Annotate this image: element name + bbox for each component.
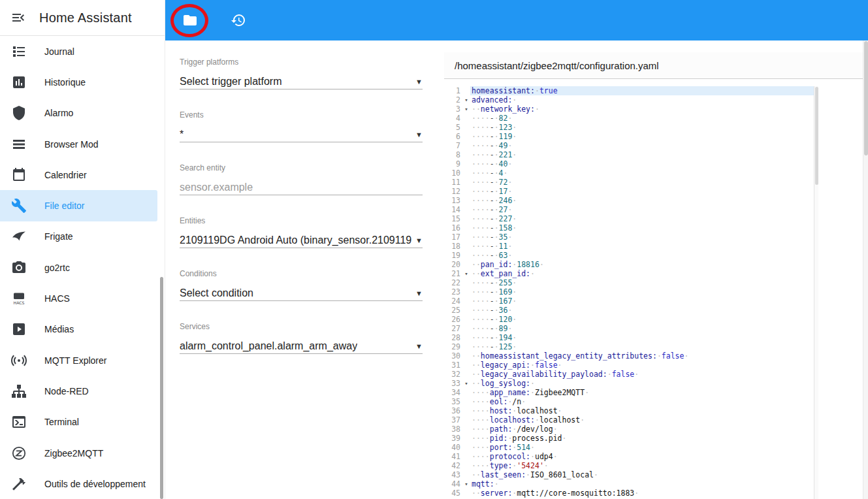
fold-gutter xyxy=(462,489,470,498)
page-scrollbar-thumb[interactable] xyxy=(864,41,868,155)
code-line[interactable]: 24····-·167· xyxy=(444,297,814,306)
code-line[interactable]: 23····-·169· xyxy=(444,287,814,297)
code-line[interactable]: 36····host:·localhost· xyxy=(444,406,814,415)
code-line[interactable]: 14····-·27· xyxy=(444,205,814,214)
code-line[interactable]: 5····-·123· xyxy=(444,123,814,132)
search-entity-input[interactable] xyxy=(180,182,423,193)
code-line[interactable]: 25····-·36· xyxy=(444,306,814,315)
history-button[interactable] xyxy=(223,5,254,36)
code-line[interactable]: 29····-·125· xyxy=(444,342,814,351)
code-line[interactable]: 22····-·255· xyxy=(444,278,814,287)
select-conditions[interactable]: Select condition▼ xyxy=(180,286,423,301)
sidebar-item-mqtt-explorer[interactable]: MQTT Explorer xyxy=(0,345,165,376)
code-line[interactable]: 38····path:·/dev/log· xyxy=(444,425,814,434)
sidebar-item-m-dias[interactable]: Médias xyxy=(0,314,165,345)
code-line[interactable]: 4····-·82· xyxy=(444,114,814,123)
fold-gutter xyxy=(462,150,470,159)
sidebar-item-zigbee2mqtt[interactable]: Zigbee2MQTT xyxy=(0,438,165,468)
code-line[interactable]: 40····port:·514· xyxy=(444,443,814,452)
code-line[interactable]: 30··homeassistant_legacy_entity_attribut… xyxy=(444,351,814,361)
line-number: 1 xyxy=(444,86,462,95)
editor-scrollbar[interactable] xyxy=(814,86,818,499)
code-line[interactable]: 13····-·246· xyxy=(444,196,814,205)
sidebar-item-browser-mod[interactable]: Browser Mod xyxy=(0,129,165,159)
sidebar-item-historique[interactable]: Historique xyxy=(0,67,165,97)
code-line[interactable]: 28····-·194· xyxy=(444,333,814,342)
code-line[interactable]: 16····-·158· xyxy=(444,223,814,233)
code-line[interactable]: 11····-·72· xyxy=(444,178,814,187)
code-line[interactable]: 31··legacy_api:·false· xyxy=(444,361,814,370)
code-line[interactable]: 1homeassistant:·true xyxy=(444,86,814,95)
menu-open-icon[interactable] xyxy=(10,10,26,25)
fold-arrow-icon[interactable]: ▾ xyxy=(462,269,470,278)
line-number: 28 xyxy=(444,333,462,342)
code-line[interactable]: 17····-·35· xyxy=(444,233,814,242)
code-line[interactable]: 39····pid:·process.pid· xyxy=(444,434,814,443)
fold-arrow-icon[interactable]: ▾ xyxy=(462,105,470,114)
field-search-entity: Search entity xyxy=(180,163,423,195)
code-text: ····-·36· xyxy=(470,306,814,315)
code-line[interactable]: 20··pan_id:·18816· xyxy=(444,260,814,269)
sidebar-item-label: Alarmo xyxy=(44,108,73,118)
code-line[interactable]: 9····-·40· xyxy=(444,159,814,169)
sidebar-scrollbar[interactable] xyxy=(160,277,163,499)
code-line[interactable]: 32··legacy_availability_payload:·false· xyxy=(444,370,814,379)
sidebar-item-hacs[interactable]: HACSHACS xyxy=(0,283,165,314)
fold-gutter xyxy=(462,333,470,342)
select-trigger-platforms[interactable]: Select trigger platform▼ xyxy=(180,74,423,89)
code-line[interactable]: 19····-·63· xyxy=(444,251,814,260)
code-line[interactable]: 34····app_name:·Zigbee2MQTT· xyxy=(444,388,814,397)
code-line[interactable]: 7····-·49· xyxy=(444,141,814,150)
select-events[interactable]: *▼ xyxy=(180,127,423,142)
sidebar-item-file-editor[interactable]: File editor xyxy=(0,190,157,221)
code-line[interactable]: 35····eol:·/n· xyxy=(444,397,814,406)
folder-button[interactable] xyxy=(174,5,206,36)
sidebar-item-outils-de-d-veloppement[interactable]: Outils de développement xyxy=(0,468,165,499)
select-value: 2109119DG Android Auto (binary_sensor.21… xyxy=(180,234,411,246)
sidebar-item-go2rtc[interactable]: go2rtc xyxy=(0,252,165,283)
sidebar-item-node-red[interactable]: Node-RED xyxy=(0,376,165,406)
code-text: ··pan_id:·18816· xyxy=(470,260,814,269)
select-entities[interactable]: 2109119DG Android Auto (binary_sensor.21… xyxy=(180,233,423,248)
sidebar-item-journal[interactable]: Journal xyxy=(0,36,165,67)
sidebar-item-frigate[interactable]: Frigate xyxy=(0,221,165,252)
code-line[interactable]: 43··last_seen:·ISO_8601_local· xyxy=(444,470,814,479)
code-line[interactable]: 12····-·17· xyxy=(444,187,814,196)
sidebar-item-terminal[interactable]: Terminal xyxy=(0,407,165,438)
sidebar-item-label: HACS xyxy=(44,293,70,304)
code-line[interactable]: 18····-·11· xyxy=(444,242,814,251)
code-line[interactable]: 21▾··ext_pan_id:· xyxy=(444,269,814,278)
page-scrollbar[interactable] xyxy=(863,40,868,499)
code-line[interactable]: 8····-·221· xyxy=(444,150,814,159)
code-line[interactable]: 6····-·119· xyxy=(444,132,814,141)
sidebar-item-alarmo[interactable]: Alarmo xyxy=(0,98,165,129)
fold-arrow-icon[interactable]: ▾ xyxy=(462,479,470,489)
code-line[interactable]: 2▾advanced:· xyxy=(444,95,814,105)
code-line[interactable]: 27····-·89· xyxy=(444,324,814,333)
line-number: 8 xyxy=(444,150,462,159)
code-line[interactable]: 33▾··log_syslog:· xyxy=(444,379,814,388)
sidebar-item-label: Médias xyxy=(44,324,74,334)
field-label: Entities xyxy=(180,216,423,225)
sidebar-item-calendrier[interactable]: Calendrier xyxy=(0,159,165,190)
code-line[interactable]: 37····localhost:·localhost· xyxy=(444,415,814,425)
code-line[interactable]: 42····type:·'5424'· xyxy=(444,461,814,470)
fold-arrow-icon[interactable]: ▾ xyxy=(462,379,470,388)
input-wrap-search-entity xyxy=(180,180,423,195)
line-number: 31 xyxy=(444,361,462,370)
select-services[interactable]: alarm_control_panel.alarm_arm_away▼ xyxy=(180,339,423,354)
code-line[interactable]: 41····protocol:·udp4· xyxy=(444,452,814,461)
code-line[interactable]: 45··server:·mqtt://core-mosquitto:1883· xyxy=(444,489,814,498)
code-line[interactable]: 10····-·4· xyxy=(444,169,814,178)
fold-gutter xyxy=(462,388,470,397)
sidebar-item-label: Terminal xyxy=(44,417,79,427)
code-line[interactable]: 3▾··network_key:· xyxy=(444,105,814,114)
fold-gutter xyxy=(462,205,470,214)
sidebar-item-label: Browser Mod xyxy=(44,139,98,150)
code-line[interactable]: 26····-·120· xyxy=(444,315,814,324)
editor-scrollbar-thumb[interactable] xyxy=(815,87,818,185)
code-area[interactable]: 1homeassistant:·true2▾advanced:·3▾··netw… xyxy=(444,86,814,499)
fold-arrow-icon[interactable]: ▾ xyxy=(462,95,470,105)
code-line[interactable]: 44▾mqtt:· xyxy=(444,479,814,489)
code-line[interactable]: 15····-·227· xyxy=(444,214,814,223)
